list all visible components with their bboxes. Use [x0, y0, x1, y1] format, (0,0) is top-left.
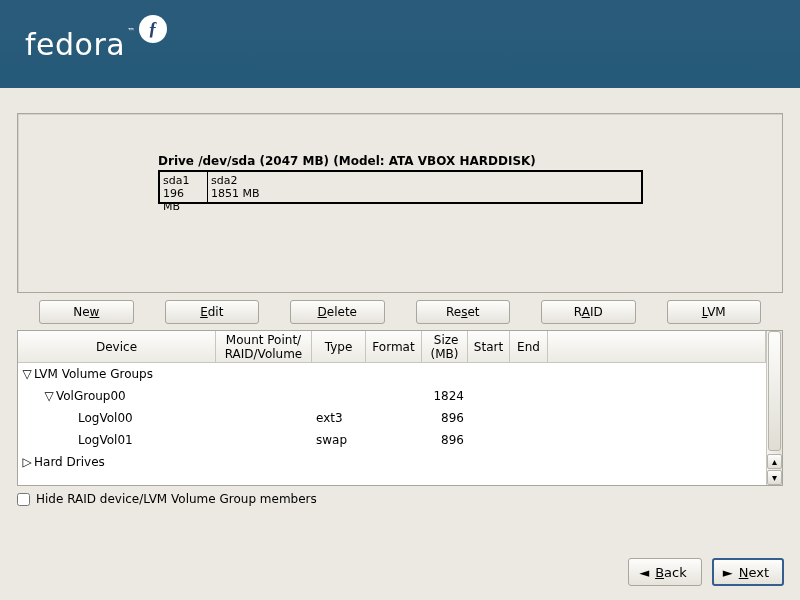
action-button-row: New Edit Delete Reset RAID LVM: [17, 300, 783, 324]
disclosure-triangle-icon[interactable]: ▷: [22, 455, 32, 469]
size-cell: 896: [422, 411, 468, 425]
table-row[interactable]: ▽LVM Volume Groups: [18, 363, 766, 385]
size-cell: 896: [422, 433, 468, 447]
col-type[interactable]: Type: [312, 331, 366, 362]
raid-button[interactable]: RAID: [541, 300, 636, 324]
disclosure-triangle-icon[interactable]: ▽: [44, 389, 54, 403]
partition-name: sda1: [163, 174, 204, 187]
partition-name: sda2: [211, 174, 638, 187]
scrollbar-thumb[interactable]: [768, 331, 781, 451]
partition-bar[interactable]: sda1196 MBsda21851 MB: [158, 170, 643, 204]
disclosure-triangle-icon[interactable]: ▽: [22, 367, 32, 381]
partition-size: 1851 MB: [211, 187, 638, 200]
new-button[interactable]: New: [39, 300, 134, 324]
table-body: ▽LVM Volume Groups▽VolGroup001824LogVol0…: [18, 363, 766, 473]
partition-table: Device Mount Point/ RAID/Volume Type For…: [17, 330, 783, 486]
partition-segment[interactable]: sda21851 MB: [208, 172, 641, 202]
device-cell: Hard Drives: [34, 455, 105, 469]
lvm-button[interactable]: LVM: [667, 300, 762, 324]
logo-wordmark: fedora™: [25, 27, 136, 62]
table-row[interactable]: LogVol00ext3896: [18, 407, 766, 429]
partition-size: 196 MB: [163, 187, 204, 213]
nav-button-row: ◄ Back ► Next: [628, 558, 784, 586]
type-cell: ext3: [312, 411, 366, 425]
back-arrow-icon: ◄: [639, 566, 649, 579]
type-cell: swap: [312, 433, 366, 447]
device-cell: LogVol00: [78, 411, 133, 425]
hide-raid-label[interactable]: Hide RAID device/LVM Volume Group member…: [36, 492, 317, 506]
col-size[interactable]: Size (MB): [422, 331, 468, 362]
col-mount[interactable]: Mount Point/ RAID/Volume: [216, 331, 312, 362]
col-start[interactable]: Start: [468, 331, 510, 362]
col-spacer: [548, 331, 766, 362]
table-row[interactable]: ▽VolGroup001824: [18, 385, 766, 407]
vertical-scrollbar[interactable]: ▴ ▾: [766, 331, 782, 485]
scroll-up-icon[interactable]: ▴: [767, 454, 782, 469]
logo-bubble-icon: ƒ: [139, 15, 167, 43]
drive-diagram-panel: Drive /dev/sda (2047 MB) (Model: ATA VBO…: [17, 113, 783, 293]
reset-button[interactable]: Reset: [416, 300, 511, 324]
delete-button[interactable]: Delete: [290, 300, 385, 324]
scroll-down-icon[interactable]: ▾: [767, 470, 782, 485]
hide-raid-checkbox[interactable]: [17, 493, 30, 506]
device-cell: VolGroup00: [56, 389, 126, 403]
hide-raid-checkbox-row: Hide RAID device/LVM Volume Group member…: [17, 492, 317, 506]
col-end[interactable]: End: [510, 331, 548, 362]
table-header-row: Device Mount Point/ RAID/Volume Type For…: [18, 331, 766, 363]
fedora-logo: fedora™ ƒ: [25, 27, 167, 62]
header-bar: fedora™ ƒ: [0, 0, 800, 88]
table-row[interactable]: ▷Hard Drives: [18, 451, 766, 473]
next-button[interactable]: ► Next: [712, 558, 784, 586]
device-cell: LogVol01: [78, 433, 133, 447]
drive-header-label: Drive /dev/sda (2047 MB) (Model: ATA VBO…: [158, 154, 536, 168]
partition-segment[interactable]: sda1196 MB: [160, 172, 208, 202]
main-panel: Drive /dev/sda (2047 MB) (Model: ATA VBO…: [0, 88, 800, 600]
col-format[interactable]: Format: [366, 331, 422, 362]
col-device[interactable]: Device: [18, 331, 216, 362]
back-button[interactable]: ◄ Back: [628, 558, 702, 586]
device-cell: LVM Volume Groups: [34, 367, 153, 381]
edit-button[interactable]: Edit: [165, 300, 260, 324]
size-cell: 1824: [422, 389, 468, 403]
table-row[interactable]: LogVol01swap896: [18, 429, 766, 451]
next-arrow-icon: ►: [723, 566, 733, 579]
